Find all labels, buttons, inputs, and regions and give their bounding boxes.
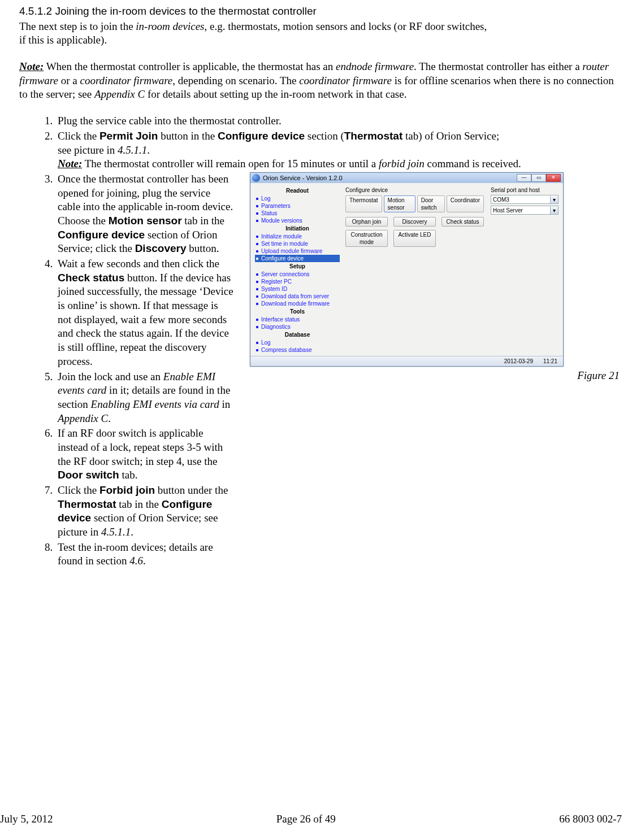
step-2: Click the Permit Join button in the Conf… <box>55 129 618 171</box>
text: Wait a few seconds and then click the <box>58 258 219 269</box>
text: tab. <box>119 469 138 481</box>
text: When the thermostat controller is applic… <box>44 60 336 72</box>
sidebar-item[interactable]: Upload module firmware <box>255 247 340 255</box>
step-1: Plug the service cable into the thermost… <box>55 114 618 128</box>
sidebar-item[interactable]: Initialize module <box>255 233 340 240</box>
note-label: Note: <box>19 60 44 72</box>
action-button[interactable]: Orphan join <box>345 217 388 227</box>
bullet-icon <box>256 212 258 215</box>
sidebar-item-label: Set time in module <box>261 240 308 247</box>
tab[interactable]: Motion sensor <box>384 195 415 212</box>
bullet-icon <box>256 205 258 207</box>
window-title: Orion Service - Version 1.2.0 <box>263 174 517 182</box>
text: 4.6 <box>129 555 143 567</box>
figure-caption: Figure 21 <box>250 369 620 383</box>
sidebar-item-label: Interface status <box>261 316 300 323</box>
maximize-button[interactable]: ▭ <box>531 174 546 182</box>
action-button[interactable]: Activate LED <box>393 230 436 247</box>
sidebar-item-label: Configure device <box>261 255 304 262</box>
action-button[interactable]: Construction mode <box>345 230 388 247</box>
text: Permit Join <box>99 130 158 142</box>
text: Check status <box>58 272 124 284</box>
tab[interactable]: Coordinator <box>447 195 484 212</box>
sidebar-item[interactable]: System ID <box>255 285 340 293</box>
combo-value: Host Server <box>491 207 550 214</box>
bullet-icon <box>256 243 258 245</box>
sidebar-item[interactable]: Log <box>255 195 340 202</box>
footer-page: Page 26 of 49 <box>276 812 336 826</box>
sidebar-item[interactable]: Download module firmware <box>255 300 340 307</box>
text: for details about setting up the in-room… <box>145 88 406 100</box>
bullet-icon <box>256 288 258 290</box>
host-combo[interactable]: Host Server▾ <box>491 206 559 215</box>
sidebar-item[interactable]: Server connections <box>255 271 340 278</box>
action-button[interactable]: Check status <box>441 217 484 227</box>
bullet-icon <box>256 319 258 321</box>
text: Forbid join <box>99 484 155 496</box>
text: section ( <box>305 130 344 142</box>
text: The next step is to join the <box>19 20 136 32</box>
chevron-down-icon: ▾ <box>550 196 558 203</box>
sidebar: ReadoutLogParametersStatusModule version… <box>255 186 340 354</box>
text: Enabling EMI events via card <box>91 398 219 410</box>
sidebar-item-label: Status <box>261 210 277 217</box>
text: in-room devices <box>136 20 204 32</box>
app-icon <box>252 174 260 182</box>
sidebar-item[interactable]: Configure device <box>255 255 340 262</box>
sidebar-item-label: Download data from server <box>261 293 329 300</box>
step-6: If an RF door switch is applicable inste… <box>55 426 234 482</box>
text: tab in the <box>116 498 161 510</box>
sidebar-item[interactable]: Register PC <box>255 278 340 285</box>
text: command is received. <box>425 158 521 169</box>
sidebar-item[interactable]: Diagnostics <box>255 323 340 330</box>
action-button[interactable]: Discovery <box>393 217 436 227</box>
bullet-icon <box>256 236 258 238</box>
close-button[interactable]: ✕ <box>546 174 561 182</box>
text: Thermostat <box>58 498 116 510</box>
text: Appendix C <box>94 88 145 100</box>
intro-paragraph: The next step is to join the in-room dev… <box>19 20 618 47</box>
sidebar-item[interactable]: Download data from server <box>255 293 340 300</box>
bullet-icon <box>256 220 258 222</box>
bullet-icon <box>256 349 258 351</box>
text: Thermostat <box>344 130 402 142</box>
text: endnode firmware <box>336 60 414 72</box>
text: 4.5.1.1 <box>118 144 147 156</box>
sidebar-item[interactable]: Module versions <box>255 217 340 224</box>
sidebar-item[interactable]: Set time in module <box>255 240 340 247</box>
combo-value: COM3 <box>491 196 550 203</box>
text: Click the <box>58 484 99 496</box>
com-port-combo[interactable]: COM3▾ <box>491 195 559 204</box>
button-grid: Orphan joinDiscoveryCheck statusConstruc… <box>345 217 484 247</box>
screenshot-window: Orion Service - Version 1.2.0 — ▭ ✕ Read… <box>250 172 564 367</box>
text: button in the <box>158 130 218 142</box>
tab[interactable]: Door switch <box>417 195 445 212</box>
text: Door switch <box>58 469 119 481</box>
text: Motion sensor <box>109 215 182 227</box>
sidebar-item[interactable]: Status <box>255 210 340 217</box>
text: Click the <box>58 130 99 142</box>
text: . <box>108 412 111 424</box>
text: coordinator firmware <box>299 75 392 86</box>
minimize-button[interactable]: — <box>517 174 531 182</box>
text: Discovery <box>135 242 187 254</box>
sidebar-item-label: Log <box>261 339 271 346</box>
serial-port-label: Serial port and host <box>491 186 559 194</box>
sidebar-item[interactable]: Interface status <box>255 316 340 323</box>
page-footer: July 5, 2012 Page 26 of 49 66 8003 002-7 <box>0 812 632 826</box>
sidebar-item-label: Upload module firmware <box>261 247 322 255</box>
tab[interactable]: Thermostat <box>345 195 382 212</box>
configure-device-label: Configure device <box>345 186 484 194</box>
sidebar-item[interactable]: Log <box>255 339 340 346</box>
sidebar-item[interactable]: Compress database <box>255 346 340 354</box>
footer-docnum: 66 8003 002-7 <box>559 812 622 826</box>
sidebar-item-label: Module versions <box>261 217 302 224</box>
status-time: 11:21 <box>543 358 557 365</box>
step-3: Once the thermostat controller has been … <box>55 172 234 256</box>
step-5: Join the lock and use an Enable EMI even… <box>55 370 234 426</box>
text: . <box>131 526 133 538</box>
bullet-icon <box>256 273 258 276</box>
sidebar-item[interactable]: Parameters <box>255 202 340 210</box>
sidebar-group-header: Setup <box>255 262 340 271</box>
text: . <box>147 144 150 156</box>
